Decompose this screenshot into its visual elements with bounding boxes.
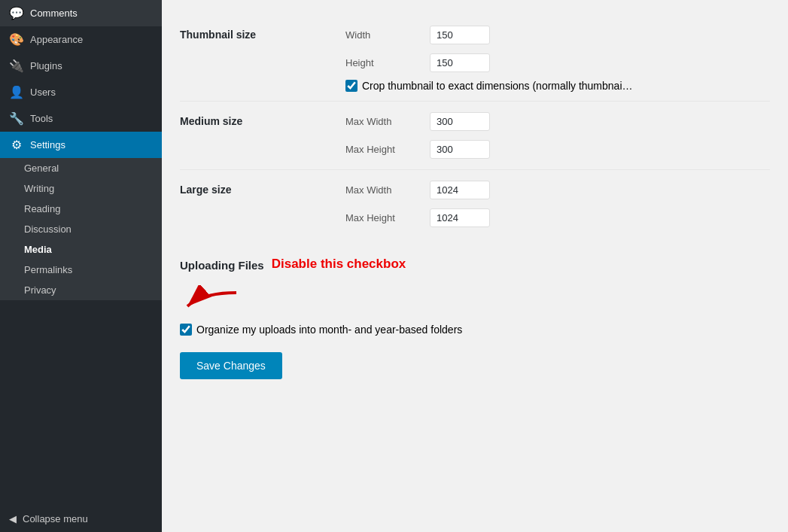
submenu-privacy-label: Privacy [24, 284, 56, 296]
medium-size-fields: Max Width Max Height [345, 108, 770, 163]
disable-checkbox-annotation: Disable this checkbox [272, 257, 406, 272]
submenu-item-permalinks[interactable]: Permalinks [0, 260, 162, 280]
collapse-menu-label: Collapse menu [23, 513, 88, 524]
sidebar-item-plugins-label: Plugins [30, 60, 62, 71]
large-size-section: Large size Max Width Max Height [180, 169, 770, 238]
submenu-item-privacy[interactable]: Privacy [0, 280, 162, 300]
sidebar-item-settings[interactable]: ⚙ Settings [0, 132, 162, 158]
large-max-width-row: Max Width [345, 176, 770, 204]
submenu-discussion-label: Discussion [24, 223, 71, 235]
large-max-height-label: Max Height [345, 212, 421, 223]
save-changes-button[interactable]: Save Changes [180, 352, 282, 379]
medium-size-section: Medium size Max Width Max Height [180, 101, 770, 169]
appearance-icon: 🎨 [9, 32, 24, 47]
large-size-fields: Max Width Max Height [345, 176, 770, 232]
crop-thumbnail-checkbox[interactable] [345, 80, 357, 92]
submenu-reading-label: Reading [24, 203, 60, 214]
submenu-item-writing[interactable]: Writing [0, 178, 162, 199]
medium-max-height-input[interactable] [430, 140, 490, 159]
medium-size-label: Medium size [180, 108, 345, 163]
submenu-general-label: General [24, 163, 59, 174]
thumbnail-size-section: Thumbnail size Width Height Crop thumbna… [180, 15, 770, 101]
organize-uploads-row: Organize my uploads into month- and year… [180, 321, 770, 339]
large-size-label: Large size [180, 176, 345, 232]
sidebar-item-plugins[interactable]: 🔌 Plugins [0, 53, 162, 79]
medium-max-width-input[interactable] [430, 112, 490, 131]
sidebar-item-appearance-label: Appearance [30, 34, 83, 45]
thumbnail-height-row: Height [345, 49, 770, 77]
large-max-height-input[interactable] [430, 208, 490, 227]
collapse-arrow-icon: ◀ [9, 513, 17, 524]
uploading-files-section: Uploading Files Disable this checkbox Or… [180, 250, 770, 379]
submenu-item-media[interactable]: Media [0, 239, 162, 260]
comments-icon: 💬 [9, 6, 24, 20]
plugins-icon: 🔌 [9, 59, 24, 73]
large-max-width-input[interactable] [430, 181, 490, 199]
sidebar-item-settings-label: Settings [30, 139, 65, 150]
sidebar-item-users-label: Users [30, 87, 56, 98]
large-max-width-label: Max Width [345, 184, 421, 196]
crop-thumbnail-row: Crop thumbnail to exact dimensions (norm… [345, 77, 770, 95]
submenu-writing-label: Writing [24, 183, 54, 194]
submenu-item-discussion[interactable]: Discussion [0, 219, 162, 239]
collapse-menu-button[interactable]: ◀ Collapse menu [0, 506, 162, 532]
sidebar-item-comments-label: Comments [30, 8, 78, 19]
settings-icon: ⚙ [9, 138, 24, 152]
arrow-row [180, 285, 770, 315]
organize-uploads-label: Organize my uploads into month- and year… [196, 324, 462, 336]
medium-max-height-label: Max Height [345, 144, 421, 155]
sidebar-item-users[interactable]: 👤 Users [0, 79, 162, 105]
submenu-item-reading[interactable]: Reading [0, 199, 162, 219]
main-content: Thumbnail size Width Height Crop thumbna… [162, 0, 788, 532]
submenu-media-label: Media [24, 244, 52, 255]
sidebar-item-tools-label: Tools [30, 113, 53, 124]
thumbnail-width-label: Width [345, 29, 421, 41]
sidebar-item-appearance[interactable]: 🎨 Appearance [0, 26, 162, 53]
tools-icon: 🔧 [9, 111, 24, 126]
medium-max-width-row: Max Width [345, 108, 770, 135]
thumbnail-height-label: Height [345, 57, 421, 68]
sidebar-item-comments[interactable]: 💬 Comments [0, 0, 162, 26]
submenu-permalinks-label: Permalinks [24, 264, 72, 275]
organize-uploads-checkbox[interactable] [180, 324, 192, 336]
users-icon: 👤 [9, 85, 24, 99]
settings-submenu: General Writing Reading Discussion Media… [0, 158, 162, 300]
red-arrow-icon [180, 285, 240, 315]
medium-max-width-label: Max Width [345, 116, 421, 127]
sidebar: 💬 Comments 🎨 Appearance 🔌 Plugins 👤 User… [0, 0, 162, 532]
uploading-files-title: Uploading Files [180, 259, 264, 272]
thumbnail-size-label: Thumbnail size [180, 21, 345, 95]
thumbnail-height-input[interactable] [430, 53, 490, 72]
large-max-height-row: Max Height [345, 204, 770, 232]
thumbnail-size-fields: Width Height Crop thumbnail to exact dim… [345, 21, 770, 95]
sidebar-item-tools[interactable]: 🔧 Tools [0, 105, 162, 132]
thumbnail-width-input[interactable] [430, 26, 490, 44]
submenu-item-general[interactable]: General [0, 158, 162, 178]
thumbnail-width-row: Width [345, 21, 770, 49]
medium-max-height-row: Max Height [345, 135, 770, 163]
crop-thumbnail-label: Crop thumbnail to exact dimensions (norm… [362, 80, 633, 92]
